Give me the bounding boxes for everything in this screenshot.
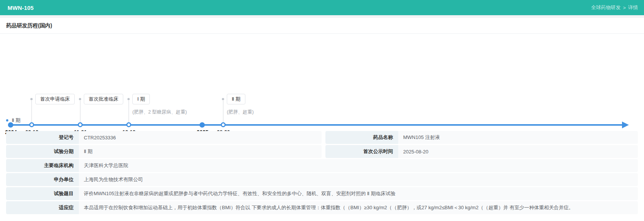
page: MWN-105 全球药物研发 > 详情 药品研发历程(国内) 首次申请临床 首次… [0,0,644,221]
development-timeline: 首次申请临床 首次批准临床 Ⅰ 期 (肥胖、2 型糖尿病、超重) Ⅱ 期 (肥胖… [0,34,644,114]
milestone-stem-dot [79,98,81,100]
app-header: MWN-105 全球药物研发 > 详情 [0,0,644,15]
field-value-sponsor: 上海民为生物技术有限公司 [79,173,638,186]
field-label-first-public-date: 首次公示时间 [325,145,398,158]
milestone-sub-phase-2: (肥胖、超重) [227,109,254,115]
milestone-sub-phase-1: (肥胖、2 型糖尿病、超重) [132,109,187,115]
field-value-first-public-date: 2025-08-20 [398,145,638,158]
breadcrumb-separator: > [623,5,626,11]
breadcrumb-current: 详情 [628,4,638,11]
field-label-trial-title: 试验题目 [6,187,79,200]
table-row: 药品名称 MWN105 注射液 [325,131,638,144]
table-row: 登记号 CTR20253336 [6,131,322,144]
field-label-registration-no: 登记号 [6,131,79,144]
table-row: 申办单位 上海民为生物技术有限公司 [6,173,638,186]
field-value-drug-name: MWN105 注射液 [398,131,638,144]
timeline-node-12-13[interactable] [126,122,131,127]
field-value-main-institution: 天津医科大学总医院 [79,159,638,172]
milestone-stem [31,101,32,124]
milestone-flag-first-application[interactable]: 首次申请临床 [35,94,75,104]
timeline-axis-line [9,124,623,126]
field-label-trial-phase: 试验分期 [6,145,79,158]
milestone-flag-phase-2[interactable]: Ⅱ 期 [227,94,245,104]
table-row: 首次公示时间 2025-08-20 [325,145,638,158]
table-row: 试验分期 Ⅱ 期 [6,145,322,158]
breadcrumb-parent-link[interactable]: 全球药物研发 [591,4,620,11]
timeline-arrow-icon [622,122,629,128]
breadcrumb: 全球药物研发 > 详情 [591,4,638,11]
field-value-indication: 本品适用于在控制饮食和增加运动基础上，用于初始体重指数（BMI）符合以 下要求的… [79,201,638,214]
table-row: 适应症 本品适用于在控制饮食和增加运动基础上，用于初始体重指数（BMI）符合以 … [6,201,638,214]
milestone-stem [223,101,223,124]
timeline-node-09-12[interactable] [29,122,34,127]
milestone-stem-dot [30,98,33,100]
timeline-node-11-21[interactable] [78,122,83,127]
field-label-drug-name: 药品名称 [325,131,398,144]
field-label-indication: 适应症 [6,201,79,214]
section-title-bar: 药品研发历程(国内) [0,18,644,34]
header-gap-strip [0,15,644,18]
timeline-node-2025[interactable] [199,122,205,128]
field-value-registration-no: CTR20253336 [79,131,322,144]
page-title: 药品研发历程(国内) [6,22,52,29]
milestone-stem-dot [127,98,130,100]
phase-section-label: Ⅱ 期 [12,117,20,124]
table-row: 试验题目 评价MWN105注射液在非糖尿病的超重或肥胖参与者中药代动力学特征、有… [6,187,638,200]
bullet-icon [6,119,8,122]
field-value-trial-title: 评价MWN105注射液在非糖尿病的超重或肥胖参与者中药代动力学特征、有效性、和安… [79,187,638,200]
field-label-sponsor: 申办单位 [6,173,79,186]
milestone-flag-phase-1[interactable]: Ⅰ 期 [132,94,150,104]
field-value-trial-phase: Ⅱ 期 [79,145,322,158]
field-label-main-institution: 主要临床机构 [6,159,79,172]
milestone-stem-dot [222,98,224,100]
timeline-node-08-20[interactable] [221,122,226,127]
milestone-stem [80,101,80,124]
milestone-flag-first-approval[interactable]: 首次批准临床 [84,94,123,104]
app-title: MWN-105 [8,5,34,11]
table-row: 主要临床机构 天津医科大学总医院 [6,159,638,172]
phase-section-header: Ⅱ 期 [6,117,20,124]
milestone-stem [129,101,129,124]
